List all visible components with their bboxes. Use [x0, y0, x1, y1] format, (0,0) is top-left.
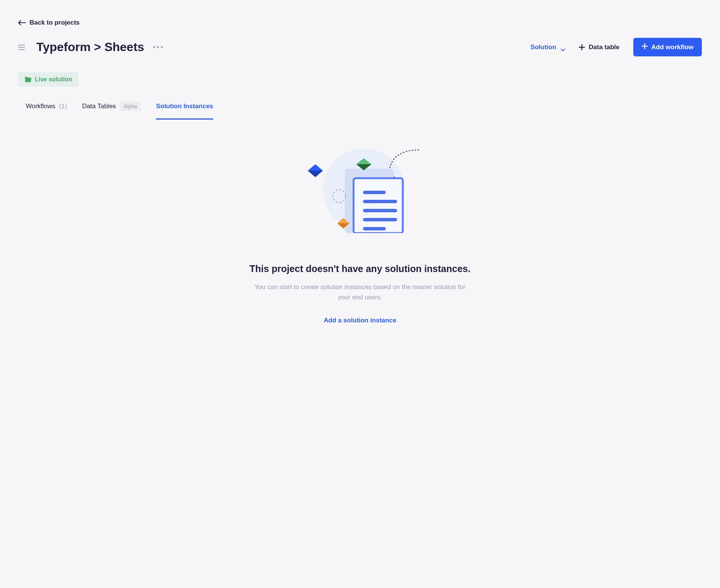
- svg-rect-4: [363, 191, 386, 194]
- tabs: Workflows (1) Data Tables Alpha Solution…: [18, 102, 702, 120]
- title-wrap: Typeform > Sheets: [36, 40, 163, 54]
- alpha-badge: Alpha: [120, 102, 141, 111]
- empty-state: This project doesn't have any solution i…: [18, 142, 702, 324]
- status-label: Live solution: [35, 76, 72, 83]
- more-options-button[interactable]: [153, 46, 163, 48]
- svg-rect-8: [363, 227, 386, 230]
- svg-rect-6: [363, 209, 397, 212]
- solution-menu-label: Solution: [530, 44, 556, 51]
- plus-icon: [579, 44, 585, 50]
- hamburger-icon[interactable]: [18, 45, 25, 50]
- back-to-projects-link[interactable]: Back to projects: [18, 19, 79, 26]
- tab-label: Solution Instances: [156, 103, 213, 110]
- tab-workflows[interactable]: Workflows (1): [26, 102, 67, 120]
- arrow-left-icon: [18, 19, 26, 26]
- status-badge: Live solution: [18, 72, 78, 87]
- svg-rect-3: [354, 178, 403, 233]
- plus-icon: [642, 43, 648, 51]
- tab-label: Workflows: [26, 103, 55, 110]
- header-right: Solution Data table Add workflow: [530, 38, 702, 56]
- empty-state-description: You can start to create solution instanc…: [250, 282, 470, 302]
- data-table-label: Data table: [589, 44, 619, 51]
- svg-rect-7: [363, 218, 397, 221]
- tab-data-tables[interactable]: Data Tables Alpha: [82, 102, 141, 120]
- add-workflow-label: Add workflow: [651, 44, 694, 51]
- back-label: Back to projects: [30, 19, 79, 26]
- solution-dropdown[interactable]: Solution: [530, 44, 565, 51]
- page-title: Typeform > Sheets: [36, 40, 144, 54]
- tab-count: (1): [59, 103, 67, 110]
- chevron-down-icon: [561, 46, 565, 49]
- folder-open-icon: [24, 76, 31, 82]
- add-workflow-button[interactable]: Add workflow: [633, 38, 702, 56]
- header-left: Typeform > Sheets: [18, 40, 163, 54]
- empty-state-illustration: [288, 146, 432, 233]
- tab-label: Data Tables: [82, 103, 116, 110]
- tab-solution-instances[interactable]: Solution Instances: [156, 102, 213, 120]
- data-table-button[interactable]: Data table: [579, 44, 619, 51]
- empty-state-title: This project doesn't have any solution i…: [249, 263, 471, 274]
- header-row: Typeform > Sheets Solution Data table: [18, 38, 702, 56]
- svg-rect-5: [363, 200, 397, 203]
- add-solution-instance-link[interactable]: Add a solution instance: [324, 317, 396, 324]
